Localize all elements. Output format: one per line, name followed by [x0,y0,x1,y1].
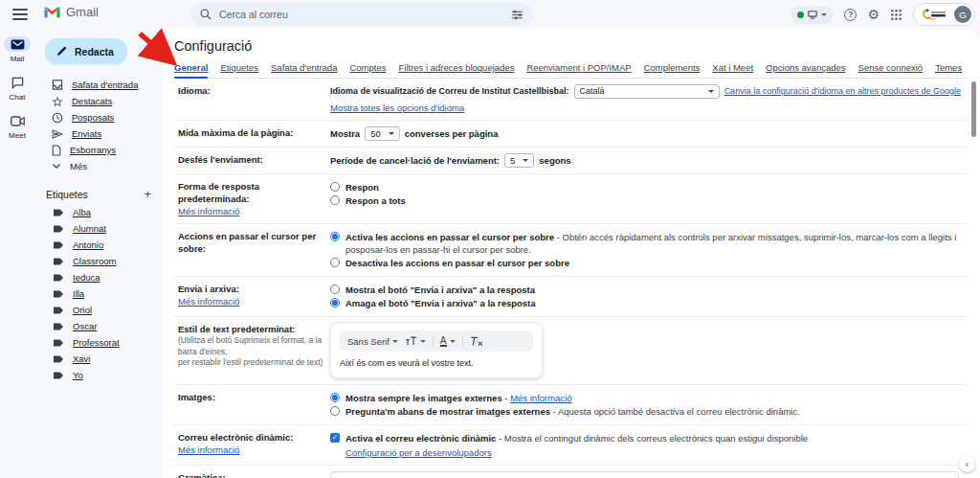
create-label-icon[interactable]: + [144,188,151,200]
developer-settings-link[interactable]: Configuració per a desenvolupadors [345,447,492,458]
grammar-disabled-infobox: i Els suggeriments gramaticals estan des… [330,471,959,478]
font-family-picker[interactable]: Sans Serif [347,335,398,348]
chat-icon [11,77,24,89]
folder-nav: Safata d'entrada Destacats Posposats [34,77,163,174]
sidebar-item-starred[interactable]: Destacats [34,93,163,109]
all-language-options-link[interactable]: Mostra totes les opcions d'idioma [330,102,464,113]
labels-title: Etiquetes [46,189,88,200]
sidebar-item-inbox[interactable]: Safata d'entrada [34,77,163,93]
settings-row-cursor: Accions en passar el cursor per sobre: A… [174,224,967,277]
chevron-down-icon [392,340,398,343]
more-info-link[interactable]: Més informació [178,444,239,455]
search-bar[interactable] [190,3,533,26]
more-info-link[interactable]: Més informació [510,393,571,403]
tab-complements[interactable]: Complements [644,62,701,73]
sidebar-item-label: Enviats [72,128,101,139]
font-size-icon [405,336,417,346]
mail-pill [4,36,31,52]
page-title: Configuració [174,38,967,54]
label-item-xavi[interactable]: Xavi [34,351,163,367]
compose-button[interactable]: Redacta [45,38,127,64]
draft-icon [52,145,61,156]
tab-temes[interactable]: Temes [935,62,962,73]
rail-item-meet[interactable]: Meet [4,113,31,140]
row-label: Imatges: [178,392,215,402]
sidebar-item-snoozed[interactable]: Posposats [34,109,163,125]
radio-icon[interactable] [330,195,340,205]
chevron-down-icon [708,90,714,93]
vertical-scrollbar[interactable] [971,81,976,137]
change-language-link[interactable]: Canvia la configuració d'idioma en altre… [724,85,961,98]
row-note: per restablir l'estil predeterminat de t… [178,357,330,369]
status-selector[interactable] [791,6,834,24]
checkbox-checked-icon[interactable]: ✓ [330,433,340,443]
radio-icon[interactable] [330,285,340,294]
tab-general[interactable]: General [174,62,208,73]
sidebar-item-more[interactable]: Més [34,158,163,174]
dynamic-email-option[interactable]: ✓ Activa el correu electrònic dinàmic - … [330,432,961,444]
reply-option[interactable]: Respon [330,181,961,193]
settings-panel: Configuració General Etiquetes Safata d'… [163,29,980,478]
ask-before-images-option[interactable]: Pregunta'm abans de mostrar imatges exte… [330,405,961,418]
more-info-link[interactable]: Més informació [178,296,239,307]
hover-actions-off-option[interactable]: Desactiva les accions en passar el curso… [330,257,961,269]
label-item-ieduca[interactable]: Ieduca [34,269,163,285]
undo-send-select[interactable]: 5 [504,153,534,168]
tab-comptes[interactable]: Comptes [349,62,386,73]
radio-icon[interactable] [330,406,340,416]
label-item-alumnat[interactable]: Alumnat [34,220,163,237]
rail-item-mail[interactable]: Mail [4,36,31,63]
label-item-classroom[interactable]: Classroom [34,253,163,269]
radio-selected-icon[interactable] [330,298,340,307]
label-item-yo[interactable]: Yo [34,367,163,383]
label-item-professorat[interactable]: Professorat [34,334,163,351]
tab-filtres[interactable]: Filtres i adreces bloquejades [398,62,514,73]
tab-etiquetes[interactable]: Etiquetes [220,62,258,73]
tab-safata-entrada[interactable]: Safata d'entrada [271,62,337,73]
language-select[interactable]: Català [574,84,720,99]
tab-xat-meet[interactable]: Xat i Meet [712,62,753,73]
rail-item-chat[interactable]: Chat [4,75,31,102]
sidebar-item-sent[interactable]: Enviats [34,125,163,142]
label-item-illa[interactable]: Illa [34,285,163,302]
font-size-picker[interactable] [405,336,426,346]
label-item-oscar[interactable]: Oscar [34,318,163,334]
radio-selected-icon[interactable] [330,232,340,241]
app-rail: Mail Chat Meet [0,31,34,151]
page-size-select[interactable]: 50 [365,126,400,141]
label-tag-icon [53,338,64,348]
sidebar-item-label: Safata d'entrada [72,80,138,90]
label-item-alba[interactable]: Alba [34,204,163,220]
account-chip[interactable]: G [913,3,975,26]
more-info-link[interactable]: Més informació [178,206,239,216]
help-icon[interactable]: ? [844,9,857,21]
label-tag-icon [53,371,64,380]
label-item-antonio[interactable]: Antonio [34,237,163,253]
hamburger-menu-icon[interactable] [12,9,28,20]
search-options-icon[interactable] [511,9,523,21]
reply-all-option[interactable]: Respon a tots [330,194,961,207]
always-show-images-option[interactable]: Mostra sempre les imatges externes - Més… [330,392,961,404]
collapse-panel-button[interactable]: ‹ [959,456,975,472]
tab-sense-connexio[interactable]: Sense connexió [858,62,924,73]
text-color-picker[interactable]: A [440,336,456,347]
label-item-oriol[interactable]: Oriol [34,302,163,318]
tab-opcions-avancades[interactable]: Opcions avançades [766,62,845,73]
remove-formatting-icon[interactable] [470,336,483,347]
radio-selected-icon[interactable] [330,393,340,402]
sidebar-item-drafts[interactable]: Esborranys [34,142,163,158]
radio-icon[interactable] [330,182,340,192]
show-send-archive-option[interactable]: Mostra el botó "Envia i arxiva" a la res… [330,284,961,296]
hover-actions-on-option[interactable]: Activa les accions en passar el cursor p… [330,231,961,256]
hide-send-archive-option[interactable]: Amaga el botó "Envia i arxiva" a la resp… [330,297,961,309]
text-style-toolbar: Sans Serif A [340,330,533,352]
radio-icon[interactable] [330,258,340,267]
chevron-down-icon [523,159,528,162]
search-input[interactable] [219,9,503,20]
search-icon [200,9,212,20]
apps-grid-icon[interactable] [890,9,902,21]
settings-gear-icon[interactable]: ⚙ [867,8,880,21]
avatar[interactable]: G [954,6,971,23]
tab-reenviament[interactable]: Reenviament i POP/IMAP [526,62,631,73]
chevron-down-icon [450,340,456,343]
